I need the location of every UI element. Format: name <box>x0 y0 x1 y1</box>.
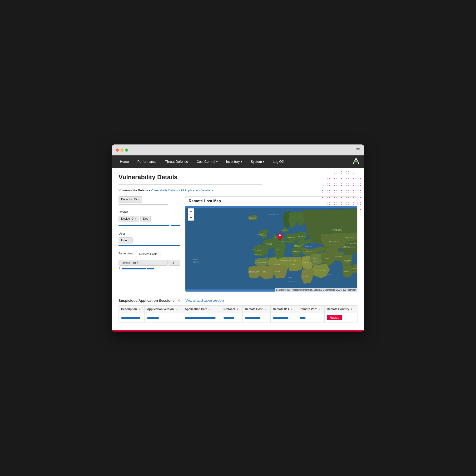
svg-text:ROMANIA: ROMANIA <box>294 245 302 247</box>
nav-item-inventory[interactable]: Inventory ▾ <box>222 155 247 168</box>
remotehost-bar <box>245 317 260 319</box>
user-section-title: User <box>119 232 180 235</box>
svg-text:SPAIN: SPAIN <box>257 250 262 252</box>
nav-item-threat-defense[interactable]: Threat Defense <box>161 155 192 168</box>
remote-col2-header[interactable]: Re <box>169 260 180 266</box>
nav-item-performance[interactable]: Performance <box>133 155 161 168</box>
detection-bar <box>119 204 168 205</box>
cell-protocol <box>221 313 242 323</box>
map-attribution: Leaflet | © 2024 Microsoft Corporation, … <box>275 288 357 291</box>
table-header-row: Description ⇕ Application Version ⇕ Appl… <box>119 306 357 313</box>
app-path-sort-icon: ⇕ <box>209 308 211 311</box>
user-sort-icon: ⇕ <box>128 239 130 241</box>
svg-text:RUSSIA: RUSSIA <box>333 228 342 231</box>
device-id-filter[interactable]: Device ID ⇕ <box>119 216 139 222</box>
nav-items: Home Performance Threat Defense Cost Con… <box>116 155 352 168</box>
cost-control-dropdown-icon: ▾ <box>216 160 218 163</box>
svg-text:ALGERIA: ALGERIA <box>274 263 281 265</box>
detection-filter-row: Detection ID ⇕ <box>119 196 180 203</box>
nav-item-system[interactable]: System ▾ <box>246 155 269 168</box>
cell-remote-country: Russia <box>324 313 357 323</box>
navbar: Home Performance Threat Defense Cost Con… <box>112 155 364 168</box>
svg-text:Black Sea: Black Sea <box>305 245 312 247</box>
col-remote-country[interactable]: Remote Country ⇕ <box>324 306 357 313</box>
svg-text:ICELAND: ICELAND <box>249 217 256 219</box>
nav-item-cost-control[interactable]: Cost Control ▾ <box>192 155 222 168</box>
col-description[interactable]: Description ⇕ <box>119 306 145 313</box>
detection-sort-icon: ⇕ <box>138 198 140 201</box>
svg-text:BELARUS: BELARUS <box>298 236 305 237</box>
nav-item-home[interactable]: Home <box>116 155 133 168</box>
user-filter[interactable]: User ⇕ <box>119 237 133 243</box>
svg-point-92 <box>279 235 281 236</box>
svg-text:IRAN: IRAN <box>325 257 329 259</box>
cell-app-version <box>145 313 182 323</box>
svg-text:INDIA: INDIA <box>344 270 349 272</box>
svg-text:MOROCCO: MOROCCO <box>257 262 266 263</box>
page-title: Vulnerability Details <box>119 173 357 181</box>
dot-yellow[interactable] <box>120 149 123 152</box>
cell-description <box>119 313 145 323</box>
table-view-section: Table view: Remote Hosts Remote Host ⇕ R… <box>119 251 180 270</box>
col-protocol[interactable]: Protocol ⇕ <box>221 306 242 313</box>
main-content: Vulnerability Details Vulnerability Deta… <box>112 168 364 330</box>
svg-text:Mediterranean Sea: Mediterranean Sea <box>280 259 296 262</box>
svg-text:SYRIA: SYRIA <box>313 258 318 260</box>
svg-text:KAZAKHSTAN: KAZAKHSTAN <box>329 240 341 242</box>
svg-text:DENMARK: DENMARK <box>282 229 289 231</box>
protocol-bar <box>223 317 234 319</box>
view-all-sessions-link[interactable]: View all application sessions <box>186 299 225 302</box>
remote-ip-sort-icon: ⇕ <box>291 308 293 311</box>
breadcrumb-progress-bar <box>119 184 262 185</box>
browser-window: ☰ Home Performance Threat Defense Cost C… <box>112 144 364 332</box>
app-logo <box>352 157 360 167</box>
table-view-button[interactable]: Remote Hosts <box>136 251 160 257</box>
svg-text:IRAQ: IRAQ <box>314 261 318 262</box>
left-table: Remote Host ⇕ Re 1 <box>119 260 180 270</box>
map-container[interactable]: Atlantic Ocean Norwegian Sea ICELAND <box>186 206 357 291</box>
breadcrumb-link[interactable]: Vulnerability Details - All Application … <box>151 188 213 192</box>
remote-host-col-header[interactable]: Remote Host ⇕ <box>119 260 168 266</box>
map-panel: Remote Host Map Atlantic Ocean Norwegian… <box>185 196 357 292</box>
device-bar-2 <box>171 225 180 226</box>
browser-menu-icon[interactable]: ☰ <box>356 147 360 153</box>
apppath-bar <box>185 317 216 319</box>
table-row: Russia <box>119 313 357 323</box>
svg-text:GREECE: GREECE <box>293 251 300 252</box>
country-badge: Russia <box>327 315 342 320</box>
inventory-dropdown-icon: ▾ <box>241 160 242 163</box>
col-remote-port[interactable]: Remote Port ⇕ <box>297 306 324 313</box>
col-app-version[interactable]: Application Version ⇕ <box>145 306 182 313</box>
cell-remote-port <box>297 313 324 323</box>
zoom-in-button[interactable]: + <box>188 208 194 214</box>
device-section: Device Device ID ⇕ Dev <box>119 210 180 227</box>
browser-dots <box>116 149 128 152</box>
svg-text:PORTUGAL: PORTUGAL <box>255 254 262 255</box>
system-dropdown-icon: ▾ <box>263 160 264 163</box>
dot-red[interactable] <box>116 149 119 152</box>
nav-item-logoff[interactable]: Log Off <box>269 155 288 168</box>
remote-host-sort-icon: ⇕ <box>136 261 139 264</box>
row1-bar1 <box>122 268 146 270</box>
cell-remote-host <box>242 313 271 323</box>
svg-text:Norwegian Sea: Norwegian Sea <box>267 213 279 215</box>
detection-id-filter[interactable]: Detection ID ⇕ <box>119 196 142 203</box>
svg-text:S. KOREA: S. KOREA <box>348 246 355 248</box>
remoteport-bar <box>300 317 306 319</box>
row-number-1: 1 <box>119 267 120 270</box>
svg-text:ITALY: ITALY <box>276 249 281 250</box>
col-app-path[interactable]: Application Path ⇕ <box>182 306 221 313</box>
col-remote-ip[interactable]: Remote IP = ⇕ <box>270 306 297 313</box>
zoom-out-button[interactable]: − <box>188 214 194 221</box>
desc-bar <box>121 317 140 319</box>
col-remote-host[interactable]: Remote Host ⇕ <box>242 306 271 313</box>
cell-remote-ip <box>270 313 297 323</box>
dot-green[interactable] <box>125 149 128 152</box>
browser-titlebar: ☰ <box>112 144 364 155</box>
device-col2-filter[interactable]: Dev <box>140 216 151 222</box>
row1-bar2 <box>147 268 154 270</box>
user-section: User User ⇕ <box>119 232 180 246</box>
cell-app-path <box>182 313 221 323</box>
svg-text:NIGER: NIGER <box>288 277 292 278</box>
description-sort-icon: ⇕ <box>138 308 140 311</box>
